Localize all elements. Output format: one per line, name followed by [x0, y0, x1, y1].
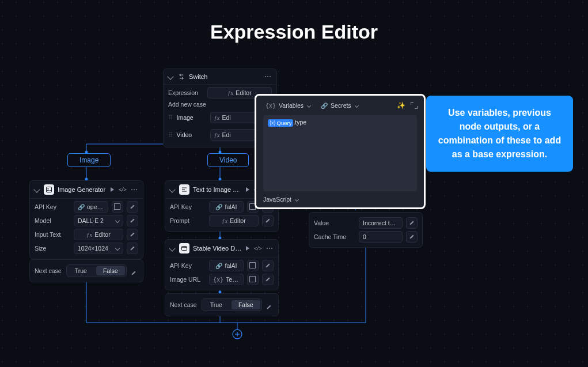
- next-case-true[interactable]: True: [67, 265, 95, 277]
- error-value-node[interactable]: Value Incorrect type for asset… Cache Ti…: [309, 212, 423, 248]
- image-url-field[interactable]: {x} Text to Image …: [209, 274, 244, 285]
- link-icon: 🔗: [215, 263, 222, 269]
- next-case-true[interactable]: True: [202, 299, 230, 311]
- node-title: Switch: [189, 73, 261, 80]
- switch-icon: [177, 73, 185, 81]
- expression-code-area[interactable]: {x} Query .type: [263, 115, 417, 191]
- more-icon[interactable]: ⋯: [266, 244, 274, 252]
- edit-button[interactable]: [262, 260, 274, 271]
- chevron-down-icon[interactable]: [169, 245, 175, 251]
- prompt-field[interactable]: ƒx Editor: [209, 215, 259, 226]
- pencil-icon: [265, 263, 271, 268]
- code-icon[interactable]: </>: [119, 187, 126, 192]
- pencil-icon: [409, 221, 415, 226]
- fx-icon: ƒx: [222, 218, 227, 224]
- value-field[interactable]: Incorrect type for asset…: [359, 217, 403, 229]
- pencil-icon: [130, 205, 135, 210]
- grip-icon[interactable]: ⠿: [168, 131, 173, 139]
- expand-icon[interactable]: [411, 103, 417, 108]
- node-title: Stable Video Diffu…: [193, 245, 242, 252]
- play-icon[interactable]: [111, 187, 114, 192]
- next-case-node-video[interactable]: Next case True False: [165, 293, 279, 316]
- edit-button[interactable]: [127, 243, 138, 254]
- image-generator-node[interactable]: Image Generator </> ⋯ API Key 🔗 openai M…: [29, 180, 143, 259]
- chevron-down-icon: [115, 246, 120, 251]
- copy-button[interactable]: [112, 201, 123, 213]
- cache-time-field[interactable]: 0: [359, 231, 403, 243]
- copy-icon: [115, 205, 120, 210]
- text-to-image-icon: [179, 184, 189, 195]
- next-case-label: Next case: [170, 301, 197, 308]
- edit-button[interactable]: [127, 201, 138, 213]
- api-key-field[interactable]: 🔗 falAI: [209, 201, 244, 213]
- expression-editor-popover[interactable]: {x} Variables 🔗 Secrets ✨ {x} Query .typ…: [255, 94, 426, 209]
- svg-point-23: [233, 330, 242, 339]
- next-case-false[interactable]: False: [96, 266, 125, 275]
- next-case-label: Next case: [35, 267, 62, 274]
- chevron-down-icon: [115, 218, 120, 223]
- play-icon[interactable]: [246, 246, 249, 251]
- image-generator-icon: [44, 184, 54, 195]
- pencil-icon: [130, 218, 135, 224]
- next-case-toggle[interactable]: True False: [66, 264, 127, 277]
- input-text-field[interactable]: ƒx Editor: [74, 229, 123, 240]
- edit-button[interactable]: [127, 229, 138, 240]
- api-key-field[interactable]: 🔗 falAI: [209, 260, 244, 271]
- link-icon: 🔗: [215, 204, 222, 210]
- chevron-down-icon: [355, 103, 359, 107]
- magic-wand-icon[interactable]: ✨: [397, 101, 405, 109]
- pencil-icon: [130, 232, 135, 237]
- chevron-down-icon[interactable]: [169, 186, 175, 192]
- pencil-icon: [265, 277, 271, 282]
- size-label: Size: [35, 245, 70, 252]
- edit-button[interactable]: [262, 215, 274, 226]
- api-key-field[interactable]: 🔗 openai: [74, 201, 108, 213]
- image-url-label: Image URL: [170, 276, 206, 283]
- more-icon[interactable]: ⋯: [264, 73, 272, 81]
- variables-tab[interactable]: {x} Variables: [263, 100, 313, 111]
- value-label: Value: [314, 220, 355, 226]
- size-select[interactable]: 1024×1024: [74, 243, 123, 254]
- code-text: .type: [293, 119, 306, 126]
- variable-icon: {x}: [265, 103, 276, 109]
- stable-video-diffusion-node[interactable]: Stable Video Diffu… </> ⋯ API Key 🔗 falA…: [165, 239, 279, 290]
- api-key-label: API Key: [170, 262, 206, 269]
- copy-button[interactable]: [247, 260, 259, 271]
- chevron-down-icon[interactable]: [33, 186, 40, 192]
- add-case-label[interactable]: Add new case: [168, 101, 206, 108]
- next-case-toggle[interactable]: True False: [202, 298, 262, 311]
- language-select[interactable]: JavaScript: [263, 196, 298, 203]
- page-title: Expression Editor: [0, 21, 588, 43]
- edit-button[interactable]: [262, 274, 274, 285]
- fx-icon: ƒx: [86, 232, 92, 238]
- prompt-label: Prompt: [170, 217, 206, 224]
- chevron-down-icon[interactable]: [167, 73, 173, 80]
- edit-button[interactable]: [406, 231, 418, 243]
- api-key-label: API Key: [35, 203, 70, 210]
- branch-chip-video[interactable]: Video: [207, 153, 249, 167]
- pencil-icon: [409, 234, 415, 240]
- next-case-false[interactable]: False: [232, 300, 260, 309]
- variable-icon: {x}: [270, 120, 276, 126]
- fx-icon: ƒx: [227, 90, 233, 96]
- model-label: Model: [35, 217, 70, 224]
- code-icon[interactable]: </>: [254, 245, 261, 251]
- branch-chip-image[interactable]: Image: [67, 153, 111, 167]
- edit-button[interactable]: [406, 217, 418, 229]
- input-text-label: Input Text: [35, 231, 70, 238]
- chevron-down-icon: [295, 197, 299, 201]
- api-key-label: API Key: [170, 203, 206, 210]
- play-icon[interactable]: [246, 187, 249, 192]
- model-select[interactable]: DALL·E 2: [74, 215, 123, 226]
- node-title: Image Generator: [58, 186, 107, 193]
- next-case-node-image[interactable]: Next case True False: [29, 259, 143, 282]
- grip-icon[interactable]: ⠿: [168, 114, 173, 122]
- variable-chip-query[interactable]: {x} Query: [268, 119, 293, 127]
- link-icon: 🔗: [78, 204, 85, 210]
- cache-time-label: Cache Time: [314, 233, 355, 240]
- copy-button[interactable]: [247, 274, 259, 285]
- edit-button[interactable]: [127, 215, 138, 226]
- more-icon[interactable]: ⋯: [131, 186, 138, 194]
- fx-icon: ƒx: [214, 115, 220, 121]
- secrets-tab[interactable]: 🔗 Secrets: [318, 100, 361, 111]
